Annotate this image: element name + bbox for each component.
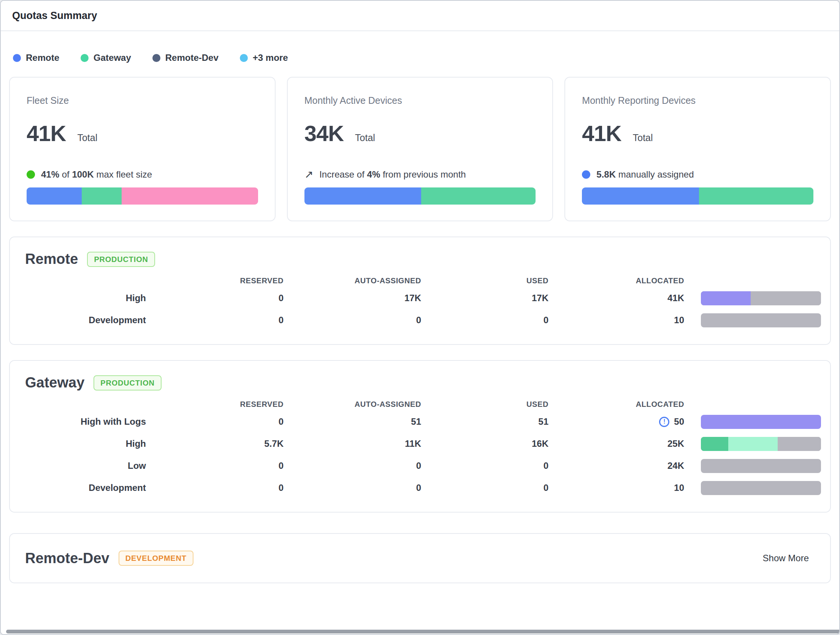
allocated-value: 50 bbox=[674, 416, 684, 427]
quota-legend: Remote Gateway Remote-Dev +3 more bbox=[13, 52, 827, 63]
stat-card-status: 41% of 100K max fleet size bbox=[27, 169, 258, 180]
bar-segment bbox=[701, 313, 821, 327]
stat-card-progress-bar bbox=[27, 187, 258, 205]
legend-item[interactable]: Remote bbox=[13, 52, 59, 63]
bar-segment bbox=[699, 187, 813, 205]
allocated-value-cell: 10 bbox=[548, 483, 684, 493]
quota-alert-icon[interactable]: ! bbox=[659, 417, 669, 427]
allocated-value-cell: 25K bbox=[548, 438, 684, 449]
bar-segment bbox=[122, 187, 258, 205]
show-more-button[interactable]: Show More bbox=[763, 553, 809, 564]
allocation-progress-bar bbox=[701, 291, 821, 305]
bar-segment bbox=[421, 187, 536, 205]
allocated-value: 10 bbox=[674, 483, 684, 493]
stat-card-value-row: 41K Total bbox=[582, 121, 813, 146]
quota-table-row: Development 0 0 0 10 bbox=[25, 309, 816, 331]
reserved-value: 5.7K bbox=[146, 438, 284, 449]
column-header: AUTO-ASSIGNED bbox=[284, 276, 421, 285]
legend-color-dot-icon bbox=[13, 54, 21, 62]
allocation-bar-cell bbox=[684, 291, 821, 305]
legend-item-label: Remote bbox=[26, 52, 59, 63]
allocation-bar-cell bbox=[684, 481, 821, 495]
bar-segment bbox=[304, 187, 421, 205]
status-dot-icon bbox=[27, 170, 35, 179]
reserved-value: 0 bbox=[146, 416, 284, 427]
bar-segment bbox=[82, 187, 122, 205]
quota-sections: Remote PRODUCTION RESERVEDAUTO-ASSIGNEDU… bbox=[9, 237, 831, 583]
reserved-value: 0 bbox=[146, 293, 284, 303]
section-title: Remote-Dev bbox=[25, 550, 109, 567]
legend-item[interactable]: +3 more bbox=[240, 52, 288, 63]
auto-assigned-value: 11K bbox=[284, 438, 421, 449]
legend-item[interactable]: Gateway bbox=[81, 52, 131, 63]
quota-table: RESERVEDAUTO-ASSIGNEDUSEDALLOCATED High … bbox=[25, 398, 816, 499]
used-value: 51 bbox=[421, 416, 548, 427]
environment-badge: PRODUCTION bbox=[94, 375, 161, 391]
reserved-value: 0 bbox=[146, 460, 284, 471]
quota-row-label: Development bbox=[25, 483, 146, 493]
quota-section-panel: Remote-Dev DEVELOPMENT Show More bbox=[9, 533, 831, 583]
legend-item-label: Remote-Dev bbox=[165, 52, 219, 63]
status-text: 5.8K manually assigned bbox=[596, 169, 694, 180]
stat-card-title: Fleet Size bbox=[27, 95, 258, 106]
column-header: USED bbox=[421, 276, 548, 285]
trend-up-icon: ↗ bbox=[304, 169, 313, 180]
quota-row-label: High bbox=[25, 438, 146, 449]
allocation-progress-bar bbox=[701, 415, 821, 429]
stat-card-value-row: 41K Total bbox=[27, 121, 258, 146]
status-text: 41% of 100K max fleet size bbox=[41, 169, 152, 180]
auto-assigned-value: 51 bbox=[284, 416, 421, 427]
bar-segment bbox=[27, 187, 82, 205]
legend-color-dot-icon bbox=[81, 54, 89, 62]
stat-card-progress-bar bbox=[304, 187, 536, 205]
environment-badge: DEVELOPMENT bbox=[119, 551, 193, 566]
table-header-row: RESERVEDAUTO-ASSIGNEDUSEDALLOCATED bbox=[25, 398, 816, 411]
horizontal-scrollbar[interactable] bbox=[6, 630, 839, 633]
stat-card-unit-label: Total bbox=[633, 132, 653, 143]
allocation-progress-bar bbox=[701, 459, 821, 473]
allocation-bar-cell bbox=[684, 437, 821, 451]
status-text: Increase of 4% from previous month bbox=[319, 169, 466, 180]
legend-color-dot-icon bbox=[152, 54, 160, 62]
column-header: ALLOCATED bbox=[548, 276, 684, 285]
allocated-value-cell: 41K bbox=[548, 293, 684, 303]
used-value: 17K bbox=[421, 293, 548, 303]
legend-item-label: Gateway bbox=[94, 52, 131, 63]
quota-row-label: High bbox=[25, 293, 146, 303]
stat-card-title: Monthly Active Devices bbox=[304, 95, 536, 106]
stat-card-value-row: 34K Total bbox=[304, 121, 536, 146]
quota-table-row: High 0 17K 17K 41K bbox=[25, 287, 816, 309]
reserved-value: 0 bbox=[146, 483, 284, 493]
used-value: 0 bbox=[421, 460, 548, 471]
allocated-value: 25K bbox=[667, 438, 684, 449]
quota-table-row: High with Logs 0 51 51 !50 bbox=[25, 411, 816, 433]
quota-table-row: Development 0 0 0 10 bbox=[25, 477, 816, 499]
allocation-progress-bar bbox=[701, 481, 821, 495]
quota-row-label: Development bbox=[25, 315, 146, 325]
section-header: Remote-Dev DEVELOPMENT bbox=[25, 550, 193, 567]
stat-cards-row: Fleet Size 41K Total 41% of 100K max fle… bbox=[9, 77, 831, 221]
legend-item[interactable]: Remote-Dev bbox=[152, 52, 219, 63]
status-dot-icon bbox=[582, 170, 590, 179]
auto-assigned-value: 0 bbox=[284, 315, 421, 325]
column-header: RESERVED bbox=[146, 276, 284, 285]
section-header: Remote PRODUCTION bbox=[25, 251, 816, 267]
allocated-value: 24K bbox=[667, 460, 684, 471]
column-header: ALLOCATED bbox=[548, 400, 684, 409]
bar-segment bbox=[778, 437, 821, 451]
main-content: Remote Gateway Remote-Dev +3 more Fleet … bbox=[1, 52, 839, 583]
allocated-value: 10 bbox=[674, 315, 684, 325]
quota-section-panel: Remote PRODUCTION RESERVEDAUTO-ASSIGNEDU… bbox=[9, 237, 831, 345]
used-value: 16K bbox=[421, 438, 548, 449]
quota-table-row: Low 0 0 0 24K bbox=[25, 455, 816, 477]
allocated-value-cell: 10 bbox=[548, 315, 684, 325]
bar-segment bbox=[728, 437, 778, 451]
table-header-row: RESERVEDAUTO-ASSIGNEDUSEDALLOCATED bbox=[25, 274, 816, 287]
environment-badge: PRODUCTION bbox=[87, 252, 155, 267]
stat-card-value: 41K bbox=[27, 121, 66, 146]
stat-card-progress-bar bbox=[582, 187, 813, 205]
legend-item-label: +3 more bbox=[253, 52, 288, 63]
allocation-progress-bar bbox=[701, 313, 821, 327]
quotas-summary-window: Quotas Summary Remote Gateway Remote-Dev… bbox=[0, 0, 840, 635]
allocation-progress-bar bbox=[701, 437, 821, 451]
